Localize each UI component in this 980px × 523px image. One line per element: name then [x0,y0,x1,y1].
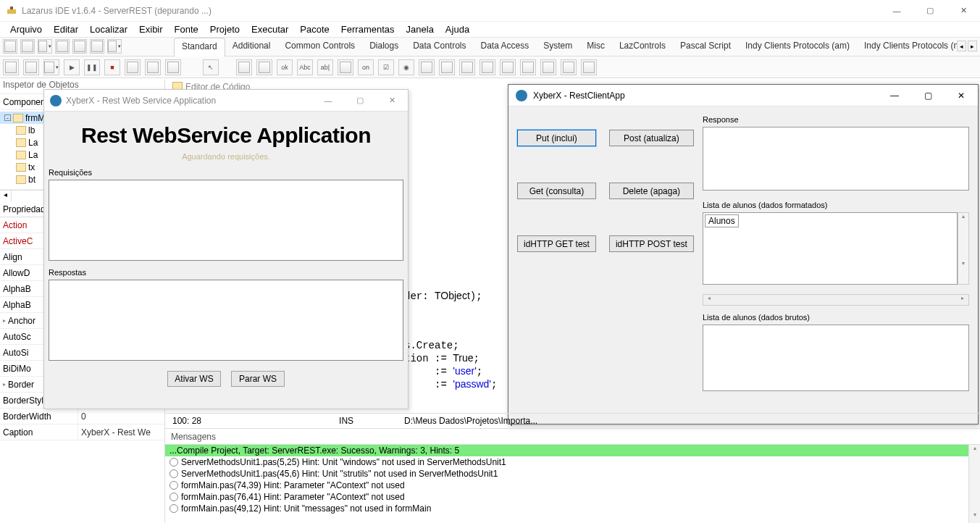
component-popupmenu-icon[interactable] [256,59,272,75]
post-button[interactable]: Post (atualiza) [609,130,694,146]
component-groupbox-icon[interactable] [479,59,495,75]
build-mode-icon[interactable]: ▾ [43,59,59,75]
new-unit-icon[interactable] [3,39,17,54]
view-units-icon[interactable]: ▾ [107,39,122,54]
save-icon[interactable] [55,39,70,54]
component-tab[interactable]: Dialogs [362,38,406,57]
new-form-icon[interactable] [20,39,35,54]
step-out-icon[interactable] [165,59,181,75]
menu-executar[interactable]: Executar [246,22,294,37]
raw-list-label: Lista de alunos (dados brutos) [703,313,969,322]
menu-ferramentas[interactable]: Ferramentas [335,22,401,37]
toggle-form-icon[interactable] [90,39,104,54]
menu-editar[interactable]: Editar [48,22,84,37]
maximize-button[interactable]: ▢ [344,91,376,111]
editor-status-bar: 100: 28 INS D:\Meus Dados\Projetos\Impor… [165,413,980,429]
message-row[interactable]: ServerMethodsUnit1.pas(5,25) Hint: Unit … [165,456,980,468]
selection-tool-icon[interactable]: ↖ [203,59,219,75]
requisicoes-listbox[interactable] [49,180,403,261]
minimize-button[interactable]: ― [878,85,911,106]
component-tab[interactable]: LazControls [612,38,673,57]
component-checkbox-icon[interactable]: ☑ [378,59,394,75]
component-label-icon[interactable]: Abc [297,59,313,75]
open-icon[interactable]: ▾ [38,39,52,54]
view-units-list-icon[interactable] [23,59,39,75]
component-frame-icon[interactable] [561,59,577,75]
tree-vscroll[interactable]: ▴▾ [958,212,969,285]
component-tab[interactable]: Misc [579,38,612,57]
messages-list[interactable]: ...Compile Project, Target: ServerREST.e… [165,445,980,523]
menu-localizar[interactable]: Localizar [84,22,133,37]
component-tab[interactable]: Indy Clients Protocols (am) [738,38,857,57]
component-tab[interactable]: Data Controls [406,38,473,57]
menu-ajuda[interactable]: Ajuda [440,22,475,37]
component-togglebox-icon[interactable]: on [358,59,374,75]
message-row[interactable]: formMain.pas(49,12) Hint: Unit "messages… [165,503,980,514]
idhttp-get-button[interactable]: idHTTP GET test [517,235,596,252]
tree-root-node[interactable]: Alunos [705,214,739,227]
menu-projeto[interactable]: Projeto [204,22,246,37]
maximize-button[interactable]: ▢ [913,0,947,22]
alunos-treeview[interactable]: Alunos [703,212,958,285]
component-actionlist-icon[interactable] [581,59,597,75]
component-panel-icon[interactable] [540,59,556,75]
put-button[interactable]: Put (inclui) [517,130,596,146]
component-radiogroup-icon[interactable] [500,59,516,75]
pause-icon[interactable]: ❚❚ [84,59,100,75]
component-tab[interactable]: Additional [225,38,278,57]
idhttp-post-button[interactable]: idHTTP POST test [609,235,694,252]
tab-right-arrow-icon[interactable]: ▸ [968,41,977,51]
close-button[interactable]: ✕ [376,91,408,111]
component-radio-icon[interactable]: ◉ [398,59,414,75]
component-combobox-icon[interactable] [439,59,455,75]
respostas-listbox[interactable] [49,280,403,361]
component-tab[interactable]: Common Controls [277,38,362,57]
step-over-icon[interactable] [125,59,141,75]
menu-fonte[interactable]: Fonte [169,22,204,37]
component-tab[interactable]: Standard [174,38,225,57]
tab-left-arrow-icon[interactable]: ◂ [957,41,966,51]
view-forms-icon[interactable] [3,59,19,75]
run-icon[interactable]: ▶ [64,59,80,75]
component-listbox-icon[interactable] [419,59,435,75]
message-row[interactable]: ...Compile Project, Target: ServerREST.e… [165,445,980,456]
ativar-ws-button[interactable]: Ativar WS [167,371,221,387]
message-row[interactable]: formMain.pas(74,39) Hint: Parameter "ACo… [165,480,980,491]
step-into-icon[interactable] [145,59,161,75]
window-title: Lazarus IDE v1.6.4 - ServerREST (depuran… [22,6,212,16]
delete-button[interactable]: Delete (apaga) [609,183,694,199]
component-mainmenu-icon[interactable] [236,59,252,75]
message-row[interactable]: ServerMethodsUnit1.pas(45,6) Hint: Unit … [165,468,980,480]
close-button[interactable]: ✕ [945,85,978,106]
minimize-button[interactable]: ― [880,0,913,22]
get-button[interactable]: Get (consulta) [517,183,596,199]
scroll-left-icon[interactable]: ◂ [0,191,12,201]
component-checkgroup-icon[interactable] [520,59,536,75]
component-tab[interactable]: System [536,38,579,57]
component-edit-icon[interactable]: ab| [317,59,333,75]
component-button-icon[interactable]: ok [277,59,293,75]
close-button[interactable]: ✕ [947,0,980,22]
save-all-icon[interactable] [72,39,87,54]
messages-tab[interactable]: Mensagens [165,429,980,445]
messages-vscroll[interactable]: ▴▾ [968,445,980,523]
component-tab[interactable]: Data Access [474,38,537,57]
minimize-button[interactable]: ― [312,91,344,111]
stop-icon[interactable]: ■ [104,59,120,75]
component-memo-icon[interactable] [338,59,353,75]
menu-exibir[interactable]: Exibir [133,22,169,37]
message-row[interactable]: formMain.pas(76,41) Hint: Parameter "ACo… [165,491,980,503]
component-tab[interactable]: Indy Clients Protocols (nz) [857,38,973,57]
menu-pacote[interactable]: Pacote [294,22,335,37]
tree-hscroll[interactable]: ◂▸ [703,294,969,306]
menu-janela[interactable]: Janela [401,22,440,37]
property-row[interactable]: BorderWidth0 [0,409,164,424]
response-memo[interactable] [703,127,969,191]
parar-ws-button[interactable]: Parar WS [231,371,285,387]
property-row[interactable]: CaptionXyberX - Rest We [0,424,164,440]
raw-memo[interactable] [703,325,969,391]
component-scrollbar-icon[interactable] [459,59,475,75]
maximize-button[interactable]: ▢ [911,85,945,106]
menu-arquivo[interactable]: Arquivo [4,22,48,37]
component-tab[interactable]: Pascal Script [673,38,738,57]
